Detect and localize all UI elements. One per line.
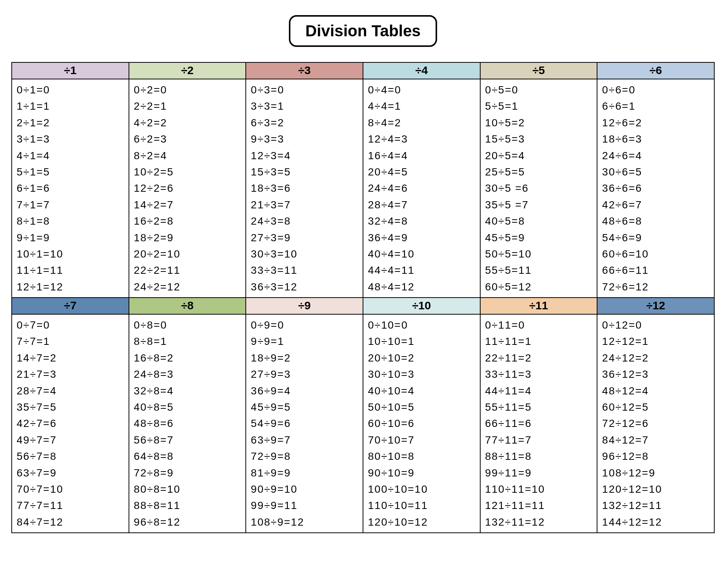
equation-row: 12÷2=6 — [134, 180, 246, 196]
equation-row: 0÷1=0 — [17, 82, 129, 98]
equation-row: 6÷2=3 — [134, 131, 246, 147]
column-body-div-7: 0÷7=07÷7=114÷7=221÷7=328÷7=435÷7=542÷7=6… — [12, 315, 129, 533]
equation-row: 55÷11=5 — [485, 399, 597, 415]
equation-row: 0÷5=0 — [485, 82, 597, 98]
equation-row: 70÷7=10 — [17, 481, 129, 497]
equation-row: 14÷2=7 — [134, 197, 246, 213]
equation-row: 24÷2=12 — [134, 279, 246, 295]
equation-row: 50÷5=10 — [485, 246, 597, 262]
equation-row: 120÷10=12 — [368, 514, 480, 530]
equation-row: 36÷3=12 — [251, 279, 363, 295]
equation-row: 88÷8=11 — [134, 497, 246, 514]
equation-row: 88÷11=8 — [485, 448, 597, 464]
column-header-div-7: ÷7 — [12, 298, 129, 315]
equation-row: 55÷5=11 — [485, 262, 597, 278]
equation-row: 11÷11=1 — [485, 333, 597, 349]
equation-row: 42÷7=6 — [17, 415, 129, 431]
equation-row: 27÷9=3 — [251, 366, 363, 382]
equation-row: 99÷9=11 — [251, 497, 363, 514]
equation-row: 18÷3=6 — [251, 180, 363, 196]
equation-row: 0÷2=0 — [134, 82, 246, 98]
equation-row: 12÷12=1 — [602, 333, 714, 349]
division-tables-grid: ÷1÷2÷3÷4÷5÷60÷1=01÷1=12÷1=23÷1=34÷1=45÷1… — [11, 62, 715, 533]
equation-row: 12÷1=12 — [17, 279, 129, 295]
equation-row: 77÷7=11 — [17, 497, 129, 514]
equation-row: 48÷6=8 — [602, 213, 714, 229]
equation-row: 45÷9=5 — [251, 399, 363, 415]
column-header-div-9: ÷9 — [246, 298, 363, 315]
equation-row: 24÷8=3 — [134, 366, 246, 382]
equation-row: 32÷4=8 — [368, 213, 480, 229]
equation-row: 72÷8=9 — [134, 465, 246, 481]
equation-row: 24÷12=2 — [602, 350, 714, 366]
equation-row: 60÷5=12 — [485, 279, 597, 295]
equation-row: 36÷6=6 — [602, 180, 714, 196]
equation-row: 120÷12=10 — [602, 481, 714, 497]
equation-row: 9÷3=3 — [251, 131, 363, 147]
equation-row: 10÷2=5 — [134, 164, 246, 180]
equation-row: 121÷11=11 — [485, 497, 597, 514]
equation-row: 6÷1=6 — [17, 180, 129, 196]
equation-row: 0÷11=0 — [485, 317, 597, 333]
equation-row: 48÷4=12 — [368, 279, 480, 295]
equation-row: 16÷8=2 — [134, 350, 246, 366]
equation-row: 2÷1=2 — [17, 115, 129, 131]
equation-row: 40÷8=5 — [134, 399, 246, 415]
equation-row: 60÷6=10 — [602, 246, 714, 262]
equation-row: 3÷3=1 — [251, 98, 363, 114]
equation-row: 54÷6=9 — [602, 230, 714, 246]
equation-row: 72÷6=12 — [602, 279, 714, 295]
equation-row: 81÷9=9 — [251, 465, 363, 481]
equation-row: 35÷7=5 — [17, 399, 129, 415]
equation-row: 66÷6=11 — [602, 262, 714, 278]
equation-row: 30÷3=10 — [251, 246, 363, 262]
equation-row: 10÷10=1 — [368, 333, 480, 349]
equation-row: 108÷12=9 — [602, 465, 714, 481]
equation-row: 6÷6=1 — [602, 98, 714, 114]
equation-row: 21÷3=7 — [251, 197, 363, 213]
equation-row: 0÷9=0 — [251, 317, 363, 333]
equation-row: 32÷8=4 — [134, 383, 246, 399]
equation-row: 15÷3=5 — [251, 164, 363, 180]
column-header-div-5: ÷5 — [481, 63, 598, 79]
equation-row: 14÷7=2 — [17, 350, 129, 366]
equation-row: 0÷10=0 — [368, 317, 480, 333]
equation-row: 0÷6=0 — [602, 82, 714, 98]
column-header-div-8: ÷8 — [129, 298, 247, 315]
column-header-div-10: ÷10 — [363, 298, 481, 315]
equation-row: 0÷7=0 — [17, 317, 129, 333]
equation-row: 44÷11=4 — [485, 383, 597, 399]
equation-row: 24÷6=4 — [602, 147, 714, 164]
equation-row: 100÷10=10 — [368, 481, 480, 497]
equation-row: 48÷12=4 — [602, 383, 714, 399]
equation-row: 4÷1=4 — [17, 147, 129, 164]
equation-row: 22÷2=11 — [134, 262, 246, 278]
equation-row: 16÷4=4 — [368, 147, 480, 164]
equation-row: 28÷7=4 — [17, 383, 129, 399]
equation-row: 64÷8=8 — [134, 448, 246, 464]
equation-row: 15÷5=3 — [485, 131, 597, 147]
equation-row: 12÷3=4 — [251, 147, 363, 164]
equation-row: 35÷5 =7 — [485, 197, 597, 213]
equation-row: 48÷8=6 — [134, 415, 246, 431]
column-header-div-3: ÷3 — [246, 63, 363, 79]
equation-row: 66÷11=6 — [485, 415, 597, 431]
column-body-div-1: 0÷1=01÷1=12÷1=23÷1=34÷1=45÷1=56÷1=67÷1=7… — [12, 79, 129, 298]
equation-row: 40÷4=10 — [368, 246, 480, 262]
equation-row: 56÷8=7 — [134, 432, 246, 448]
column-header-div-1: ÷1 — [12, 63, 129, 79]
equation-row: 72÷9=8 — [251, 448, 363, 464]
equation-row: 18÷9=2 — [251, 350, 363, 366]
equation-row: 3÷1=3 — [17, 131, 129, 147]
equation-row: 5÷1=5 — [17, 164, 129, 180]
title-container: Division Tables — [11, 15, 715, 47]
equation-row: 21÷7=3 — [17, 366, 129, 382]
equation-row: 132÷11=12 — [485, 514, 597, 530]
equation-row: 12÷4=3 — [368, 131, 480, 147]
equation-row: 33÷3=11 — [251, 262, 363, 278]
column-body-div-8: 0÷8=08÷8=116÷8=224÷8=332÷8=440÷8=548÷8=6… — [129, 315, 247, 533]
column-body-div-10: 0÷10=010÷10=120÷10=230÷10=340÷10=450÷10=… — [363, 315, 481, 533]
equation-row: 77÷11=7 — [485, 432, 597, 448]
equation-row: 27÷3=9 — [251, 230, 363, 246]
equation-row: 108÷9=12 — [251, 514, 363, 530]
